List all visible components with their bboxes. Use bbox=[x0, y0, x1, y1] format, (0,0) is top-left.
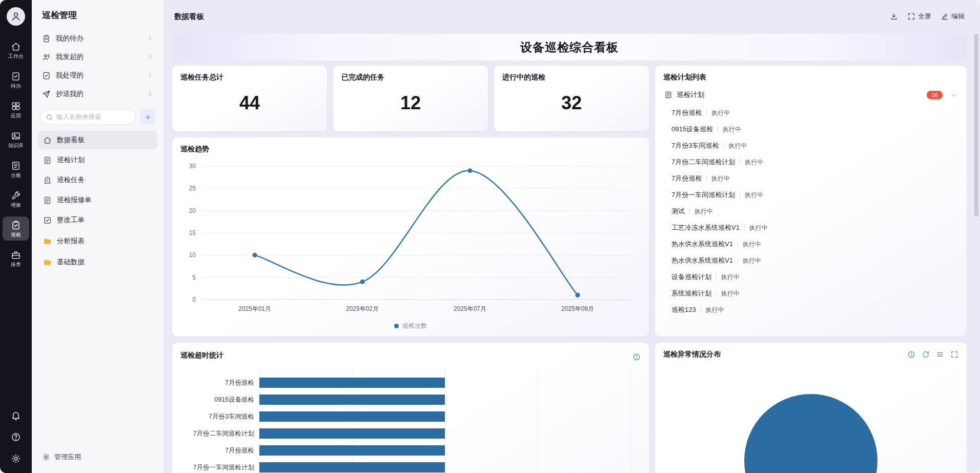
plan-item[interactable]: 热水供水系统巡检V1 执行中 bbox=[663, 236, 958, 252]
plan-item-name: 工艺冷冻水系统巡检V1 bbox=[671, 223, 740, 232]
checksq-icon bbox=[43, 216, 52, 225]
svg-text:7月份一车间巡检计划: 7月份一车间巡检计划 bbox=[193, 464, 254, 471]
dashboard-row-1: 巡检任务总计 44 已完成的任务 12 进行中的巡检 32 巡检趋势 05101… bbox=[172, 66, 967, 337]
sidebar-item-repair-order[interactable]: 巡检报修单 bbox=[38, 191, 157, 209]
plan-item[interactable]: 7月份二车间巡检计划 执行中 bbox=[663, 154, 958, 170]
download-button[interactable] bbox=[890, 12, 898, 21]
rail-bottom bbox=[11, 410, 21, 464]
sidebar-item-base-data[interactable]: 基础数据 bbox=[38, 253, 157, 271]
app-window: 工作台 待办 应用 知识库 台账 维修 巡检 保养 巡检管理 我的待办 bbox=[0, 0, 980, 473]
trend-line-chart: 0510152025302025年01月2025年02月2025年07月2025… bbox=[172, 137, 649, 337]
divider bbox=[689, 208, 690, 214]
rail-item-label: 维修 bbox=[11, 203, 21, 208]
refresh-icon[interactable] bbox=[922, 350, 930, 359]
doc-icon bbox=[43, 196, 52, 205]
dashboard-banner: 设备巡检综合看板 bbox=[172, 34, 967, 61]
sidebar-item-label: 巡检任务 bbox=[57, 175, 85, 185]
plan-item-status: 执行中 bbox=[728, 142, 747, 150]
divider bbox=[740, 159, 740, 165]
fullscreen-button[interactable]: 全屏 bbox=[907, 12, 931, 21]
stat-value: 44 bbox=[180, 82, 319, 124]
plan-item-status: 执行中 bbox=[711, 174, 730, 183]
svg-text:0915设备巡检: 0915设备巡检 bbox=[214, 396, 254, 403]
avatar[interactable] bbox=[7, 7, 25, 26]
sidebar-item-label: 基础数据 bbox=[57, 258, 85, 267]
sidebar-group-label: 我处理的 bbox=[56, 71, 84, 80]
clipboard-icon bbox=[42, 34, 51, 43]
sidebar-item-rectify-order[interactable]: 整改工单 bbox=[38, 211, 157, 229]
rail-item-repair[interactable]: 维修 bbox=[3, 187, 29, 211]
rail-item-inspection[interactable]: 巡检 bbox=[3, 216, 29, 241]
plan-item[interactable]: 7月份3车间巡检 执行中 bbox=[663, 137, 958, 154]
sidebar-group-my-initiated[interactable]: 我发起的 bbox=[38, 48, 157, 66]
sidebar-group-cc-me[interactable]: 抄送我的 bbox=[38, 85, 157, 103]
sidebar-group-my-processed[interactable]: 我处理的 bbox=[38, 66, 157, 85]
sidebar-item-analysis-report[interactable]: 分析报表 bbox=[38, 232, 157, 250]
rail-item-knowledge[interactable]: 知识库 bbox=[3, 127, 29, 151]
chevron-right-icon bbox=[147, 72, 153, 78]
manage-apps-button[interactable]: 管理应用 bbox=[38, 448, 157, 466]
scrollbar-thumb[interactable] bbox=[974, 34, 978, 216]
trend-legend[interactable]: 巡检次数 bbox=[172, 322, 649, 330]
svg-text:25: 25 bbox=[189, 185, 196, 192]
todo-icon bbox=[11, 71, 21, 82]
plan-item-name: 7月份巡检 bbox=[671, 174, 702, 183]
anomaly-pie-chart bbox=[744, 394, 877, 473]
rail-item-ledger[interactable]: 台账 bbox=[3, 157, 29, 181]
chevron-down-icon[interactable] bbox=[951, 92, 957, 98]
plan-item-status: 执行中 bbox=[743, 240, 761, 249]
plan-group-row[interactable]: 巡检计划 16 bbox=[663, 88, 958, 102]
info-icon[interactable] bbox=[632, 350, 641, 361]
rail-item-maintenance[interactable]: 保养 bbox=[3, 246, 29, 270]
plan-item[interactable]: 测试 执行中 bbox=[663, 203, 958, 220]
plan-item[interactable]: 系统巡检计划 执行中 bbox=[663, 285, 958, 302]
svg-text:7月份二车间巡检计划: 7月份二车间巡检计划 bbox=[193, 430, 254, 437]
plan-item[interactable]: 热水供水系统巡检V1 执行中 bbox=[663, 252, 958, 269]
scrollbar-track bbox=[974, 1, 978, 472]
plan-item[interactable]: 7月份巡检 执行中 bbox=[663, 105, 958, 121]
add-button[interactable] bbox=[140, 109, 155, 125]
plan-item-status: 执行中 bbox=[745, 191, 763, 200]
chevron-right-icon bbox=[147, 54, 153, 60]
info-icon[interactable] bbox=[907, 350, 915, 359]
edit-button[interactable]: 编辑 bbox=[941, 12, 965, 21]
plan-item[interactable]: 工艺冷冻水系统巡检V1 执行中 bbox=[663, 220, 958, 236]
rail-item-workbench[interactable]: 工作台 bbox=[3, 38, 29, 62]
rail-item-apps[interactable]: 应用 bbox=[3, 97, 29, 122]
svg-text:15: 15 bbox=[189, 229, 196, 236]
plan-item[interactable]: 巡检123 执行中 bbox=[663, 302, 958, 318]
folder-icon bbox=[43, 237, 52, 246]
plan-item[interactable]: 设备巡检计划 执行中 bbox=[663, 269, 958, 285]
sidebar-item-dashboard[interactable]: 数据看板 bbox=[38, 131, 157, 149]
plan-item[interactable]: 7月份巡检 执行中 bbox=[663, 170, 958, 187]
anomaly-card-icons bbox=[907, 350, 958, 359]
fullscreen-icon[interactable] bbox=[950, 350, 958, 359]
sidebar-group-my-todo[interactable]: 我的待办 bbox=[38, 29, 157, 48]
overtime-card-head: 巡检超时统计 bbox=[172, 343, 649, 361]
plan-item-name: 0915设备巡检 bbox=[671, 125, 713, 134]
sidebar-item-plan[interactable]: 巡检计划 bbox=[38, 151, 157, 169]
rail-item-todo[interactable]: 待办 bbox=[3, 68, 29, 92]
chevron-right-icon bbox=[147, 35, 153, 42]
plan-item[interactable]: 7月份一车间巡检计划 执行中 bbox=[663, 187, 958, 203]
rail-item-label: 待办 bbox=[11, 84, 21, 89]
app-title: 巡检管理 bbox=[38, 9, 157, 29]
fullscreen-label: 全屏 bbox=[918, 12, 931, 21]
divider bbox=[701, 307, 701, 313]
sidebar-item-task[interactable]: 巡检任务 bbox=[38, 171, 157, 189]
search-icon bbox=[46, 113, 53, 121]
bell-icon[interactable] bbox=[11, 410, 21, 421]
home-icon bbox=[11, 42, 21, 52]
legend-marker bbox=[394, 324, 399, 328]
help-icon[interactable] bbox=[11, 432, 21, 442]
stat-label: 巡检任务总计 bbox=[180, 73, 319, 82]
search-input[interactable] bbox=[56, 113, 130, 121]
inspect-icon bbox=[11, 220, 21, 230]
gear-icon[interactable] bbox=[11, 454, 21, 464]
dashboard-row-2: 巡检超时统计 7月份巡检0915设备巡检7月份3车间巡检7月份二车间巡检计划7月… bbox=[172, 343, 967, 473]
menu-icon[interactable] bbox=[936, 350, 944, 359]
plan-item[interactable]: 0915设备巡检 执行中 bbox=[663, 121, 958, 137]
divider bbox=[738, 241, 738, 247]
divider bbox=[716, 290, 717, 297]
page-title: 数据看板 bbox=[174, 12, 204, 22]
